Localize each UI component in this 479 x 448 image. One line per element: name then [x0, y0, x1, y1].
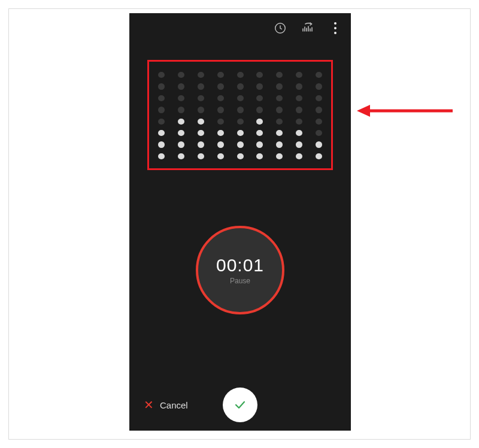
eq-dot [198, 130, 204, 136]
eq-dot [178, 153, 184, 159]
eq-dot [316, 141, 322, 147]
outer-frame: 00:01 Pause ✕ Cancel [8, 8, 471, 440]
eq-column [296, 72, 302, 159]
record-pause-button[interactable]: 00:01 Pause [196, 226, 284, 314]
eq-dot [217, 130, 224, 136]
history-icon[interactable] [272, 20, 289, 37]
eq-dot [158, 141, 165, 147]
done-button[interactable] [223, 388, 257, 422]
eq-column [178, 72, 184, 159]
eq-dot [256, 119, 263, 125]
eq-dot [296, 153, 302, 159]
eq-dot [316, 72, 322, 78]
audio-level-visualizer [156, 68, 325, 163]
eq-dot [296, 107, 302, 113]
eq-dot [198, 153, 204, 159]
eq-dot [198, 72, 204, 78]
eq-column [198, 72, 204, 159]
eq-dot [316, 83, 322, 89]
eq-column [158, 72, 165, 159]
eq-dot [178, 107, 184, 113]
eq-dot [316, 119, 322, 125]
eq-dot [158, 95, 165, 101]
eq-dot [178, 119, 184, 125]
eq-dot [296, 119, 302, 125]
eq-dot [217, 95, 224, 101]
eq-dot [316, 107, 322, 113]
eq-dot [296, 95, 302, 101]
eq-dot [178, 141, 184, 147]
eq-dot [256, 153, 263, 159]
waveform-convert-icon[interactable] [299, 20, 316, 37]
eq-dot [217, 107, 224, 113]
pause-label: Pause [230, 277, 250, 285]
eq-dot [198, 83, 204, 89]
eq-dot [276, 95, 283, 101]
eq-dot [256, 107, 263, 113]
eq-dot [256, 130, 263, 136]
eq-dot [158, 130, 165, 136]
eq-dot [296, 83, 302, 89]
eq-dot [276, 153, 283, 159]
eq-dot [256, 72, 263, 78]
eq-dot [316, 95, 322, 101]
eq-dot [198, 141, 204, 147]
eq-dot [158, 153, 165, 159]
eq-dot [178, 130, 184, 136]
eq-dot [276, 107, 283, 113]
eq-dot [276, 83, 283, 89]
eq-dot [198, 107, 204, 113]
top-toolbar [129, 13, 351, 43]
eq-dot [237, 119, 244, 125]
eq-column [217, 72, 224, 159]
eq-dot [217, 83, 224, 89]
eq-dot [237, 83, 244, 89]
eq-dot [237, 141, 244, 147]
eq-dot [217, 141, 224, 147]
eq-dot [158, 83, 165, 89]
eq-dot [158, 107, 165, 113]
eq-dot [296, 72, 302, 78]
eq-dot [276, 72, 283, 78]
eq-dot [198, 119, 204, 125]
eq-dot [217, 119, 224, 125]
svg-marker-2 [357, 105, 370, 117]
eq-dot [237, 72, 244, 78]
phone-screen: 00:01 Pause ✕ Cancel [129, 13, 351, 431]
eq-dot [276, 141, 283, 147]
eq-dot [158, 72, 165, 78]
eq-dot [256, 83, 263, 89]
eq-dot [256, 141, 263, 147]
eq-dot [237, 95, 244, 101]
eq-dot [158, 119, 165, 125]
eq-dot [316, 130, 322, 136]
eq-dot [178, 83, 184, 89]
eq-dot [237, 153, 244, 159]
eq-column [256, 72, 263, 159]
eq-dot [178, 95, 184, 101]
eq-dot [217, 153, 224, 159]
bottom-controls: ✕ Cancel [129, 379, 351, 431]
eq-dot [217, 72, 224, 78]
annotation-arrow [357, 104, 453, 118]
eq-column [316, 72, 322, 159]
more-icon[interactable] [327, 20, 344, 37]
eq-dot [237, 130, 244, 136]
recording-timer: 00:01 [216, 255, 264, 276]
cancel-button[interactable]: ✕ Cancel [144, 399, 188, 411]
eq-column [237, 72, 244, 159]
eq-dot [296, 141, 302, 147]
record-button-wrap: 00:01 Pause [196, 226, 284, 314]
eq-dot [276, 119, 283, 125]
eq-dot [276, 130, 283, 136]
eq-column [276, 72, 283, 159]
cancel-label: Cancel [160, 400, 188, 410]
eq-dot [316, 153, 322, 159]
eq-dot [296, 130, 302, 136]
eq-dot [237, 107, 244, 113]
eq-dot [256, 95, 263, 101]
eq-dot [178, 72, 184, 78]
close-icon: ✕ [144, 399, 154, 411]
eq-dot [198, 95, 204, 101]
